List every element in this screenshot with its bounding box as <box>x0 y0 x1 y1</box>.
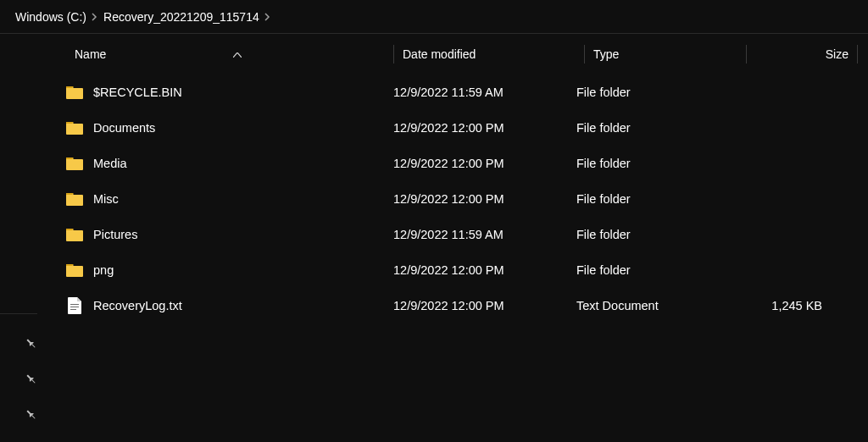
file-date: 12/9/2022 12:00 PM <box>393 299 504 312</box>
svg-rect-2 <box>31 415 35 418</box>
pin-icon <box>23 406 40 423</box>
column-header-type[interactable]: Type <box>593 47 746 61</box>
chevron-right-icon <box>92 13 98 21</box>
sort-ascending-icon <box>233 50 242 59</box>
sidebar-item[interactable] <box>0 433 49 442</box>
table-row[interactable]: png12/9/2022 12:00 PMFile folder <box>49 252 868 288</box>
table-row[interactable]: RecoveryLog.txt12/9/2022 12:00 PMText Do… <box>49 288 868 323</box>
file-type: Text Document <box>576 299 659 312</box>
content: Name Date modified Type Size $RECYCLE.BI… <box>0 34 868 442</box>
sidebar-item[interactable] <box>0 362 49 397</box>
breadcrumb: Windows (C:) Recovery_20221209_115714 <box>0 0 868 34</box>
column-header-size[interactable]: Size <box>755 47 857 61</box>
file-type: File folder <box>576 192 631 206</box>
file-type: File folder <box>576 121 631 135</box>
table-row[interactable]: Pictures12/9/2022 11:59 AMFile folder <box>49 217 868 252</box>
file-name: $RECYCLE.BIN <box>93 86 182 99</box>
file-name: png <box>93 263 114 277</box>
pin-icon <box>23 335 40 352</box>
folder-icon <box>66 262 83 279</box>
file-name: Misc <box>93 192 119 206</box>
folder-icon <box>66 119 83 136</box>
folder-icon <box>66 155 83 172</box>
file-name: Documents <box>93 121 155 135</box>
folder-icon <box>66 84 83 101</box>
svg-rect-8 <box>70 307 79 307</box>
file-size: 1,245 KB <box>771 299 822 312</box>
sidebar-item[interactable] <box>0 397 49 433</box>
table-row[interactable]: $RECYCLE.BIN12/9/2022 11:59 AMFile folde… <box>49 75 868 110</box>
table-row[interactable]: Documents12/9/2022 12:00 PMFile folder <box>49 110 868 146</box>
svg-rect-7 <box>70 304 79 305</box>
file-type: File folder <box>576 86 631 99</box>
file-date: 12/9/2022 12:00 PM <box>393 263 504 277</box>
sidebar-divider <box>0 313 37 314</box>
sidebar <box>0 34 49 442</box>
column-header-name[interactable]: Name <box>75 47 393 61</box>
sidebar-item[interactable] <box>0 326 49 362</box>
svg-rect-9 <box>70 309 76 310</box>
column-header-date[interactable]: Date modified <box>403 47 584 61</box>
table-row[interactable]: Misc12/9/2022 12:00 PMFile folder <box>49 181 868 217</box>
column-separator[interactable] <box>746 45 747 64</box>
table-row[interactable]: Media12/9/2022 12:00 PMFile folder <box>49 146 868 181</box>
breadcrumb-part[interactable]: Recovery_20221209_115714 <box>103 10 259 24</box>
pin-icon <box>23 371 40 388</box>
file-date: 12/9/2022 11:59 AM <box>393 228 504 241</box>
file-name: RecoveryLog.txt <box>93 299 182 312</box>
folder-icon <box>66 226 83 243</box>
file-date: 12/9/2022 12:00 PM <box>393 157 504 170</box>
breadcrumb-part[interactable]: Windows (C:) <box>15 10 86 24</box>
column-separator[interactable] <box>584 45 585 64</box>
column-separator[interactable] <box>857 45 858 64</box>
folder-icon <box>66 191 83 207</box>
chevron-right-icon <box>264 13 271 21</box>
file-listing: Name Date modified Type Size $RECYCLE.BI… <box>49 34 868 442</box>
file-type: File folder <box>576 228 631 241</box>
column-separator[interactable] <box>393 45 394 64</box>
file-date: 12/9/2022 12:00 PM <box>393 121 504 135</box>
file-date: 12/9/2022 12:00 PM <box>393 192 504 206</box>
file-type: File folder <box>576 157 631 170</box>
file-type: File folder <box>576 263 631 277</box>
file-date: 12/9/2022 11:59 AM <box>393 86 504 99</box>
file-name: Media <box>93 157 127 170</box>
column-label: Date modified <box>403 47 476 61</box>
text-file-icon <box>66 297 83 314</box>
file-name: Pictures <box>93 228 137 241</box>
column-header-row: Name Date modified Type Size <box>49 34 868 75</box>
svg-rect-0 <box>31 344 35 347</box>
svg-rect-1 <box>31 379 35 383</box>
column-label: Size <box>826 47 849 61</box>
column-label: Name <box>75 47 106 61</box>
column-label: Type <box>593 47 619 61</box>
